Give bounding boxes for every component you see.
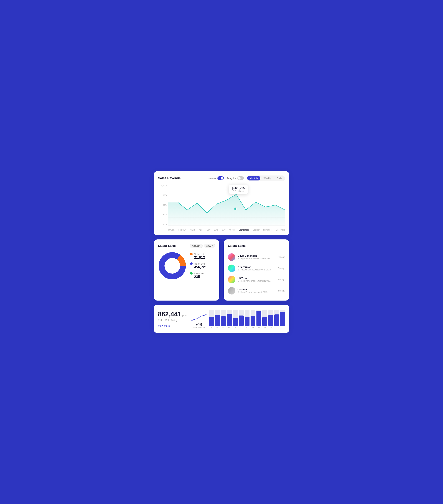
x-label-feb: February [178,229,186,231]
bar-15: 15 [262,309,267,329]
sale-info-uli: Uli Trumb 🖥 High Performance Conert 2020… [238,277,276,282]
ticket-count: 862,441 [158,310,181,318]
filter-year[interactable]: 2020 ▾ [204,244,215,248]
bar-label-18: 18 [282,327,284,329]
daily-button[interactable]: Daily [274,176,285,180]
bar-08: 08 [221,309,226,329]
x-axis-labels: January February March April May June Ju… [168,229,285,231]
bar-17: 17 [274,309,279,329]
y-label-600k: 600k [158,204,167,206]
sale-event-oconner: 🖥 High Performanc...nert 2020.. [238,291,276,293]
more-options-button[interactable]: ⋮ [281,244,285,248]
sale-time-griezerman: 5m ago [278,267,285,270]
sale-info-griezerman: Griezerman 🖥 Fireworks Show New Year 202… [238,266,276,271]
ticket-unit: pcs [182,314,187,317]
sale-item-griezerman: Griezerman 🖥 Fireworks Show New Year 202… [228,263,285,274]
bar-label-06: 06 [211,327,212,329]
ticket-card-inner: 862,441 pcs Ticket Sold Today View more … [158,309,285,329]
sales-list-title: Latest Sales [228,244,246,248]
legend-value-sold: 456,721 [194,265,207,269]
bar-fill-07 [215,315,220,326]
bar-fill-08 [221,316,226,326]
tooltip-dot [235,208,237,210]
legend-ticket-left: Ticket Left 21,512 [190,253,207,260]
line-chart-svg [168,185,285,226]
revenue-chart: 200k 400k 600k 800k 1,000k $561,225 5 Se… [158,185,285,231]
sale-event-olivia: 🖥 High Performance Concert 2020.. [238,257,276,260]
bar-fill-16 [269,315,273,326]
number-toggle-group: Number [208,176,224,180]
monthly-button[interactable]: Monthly [247,176,260,180]
tooltip-date: 5 Sept 2020 [232,190,245,192]
bar-label-12: 12 [246,327,248,329]
legend-name-sold: Ticket Sold [194,262,205,265]
analytics-toggle-label: Analytics [227,177,236,180]
sale-time-oconner: 6m ago [278,289,285,292]
bar-12: 12 [245,309,250,329]
avatar-olivia [228,253,235,261]
sales-revenue-card: Sales Revenue Number Analytics Monthly W… [154,171,289,235]
bar-16: 16 [269,309,273,329]
filter-august[interactable]: August ▾ [190,244,203,248]
bar-label-17: 17 [276,327,278,329]
x-label-dec: December [276,229,285,231]
monitor-icon: 🖥 [238,280,240,282]
legend-ticket-sold: Ticket Sold 456,721 [190,262,207,269]
y-axis-labels: 200k 400k 600k 800k 1,000k [158,185,167,226]
mini-chart-section: +4% than last day 06 07 [191,309,285,329]
monitor-icon: 🖥 [238,269,240,271]
tooltip-value: $561,225 [232,186,245,190]
donut-card-header: Latest Sales August ▾ 2020 ▾ [158,244,215,248]
bar-label-09: 09 [229,327,231,329]
sale-item-olivia: Olivia Johanson 🖥 High Performance Conce… [228,252,285,263]
number-toggle-label: Number [208,177,216,180]
bar-fill-06 [209,317,214,326]
percent-sublabel: than last day [193,326,205,329]
bar-07: 07 [215,309,220,329]
avatar-griezerman [228,265,235,272]
y-label-200k: 200k [158,223,167,226]
mini-line-wrapper: +4% than last day [191,312,207,329]
revenue-title: Sales Revenue [158,176,181,180]
analytics-toggle-group: Analytics [227,176,244,180]
period-buttons: Monthly Weekly Daily [247,176,285,181]
avatar-uli [228,276,235,283]
sale-time-uli: 8m ago [278,278,285,281]
percent-label: +4% [196,323,202,326]
monitor-icon: 🖥 [238,257,240,260]
mini-line-svg [191,312,207,323]
bar-label-16: 16 [270,327,272,329]
y-label-1000k: 1,000k [158,185,167,187]
ticket-label: Ticket Sold Today [158,319,187,322]
bar-label-08: 08 [222,327,224,329]
bar-14: 14 [256,309,261,329]
bar-11: 11 [239,309,244,329]
donut-section: Ticket Left 21,512 Ticket Sold 456,721 [158,252,215,280]
dashboard: Sales Revenue Number Analytics Monthly W… [154,171,289,333]
revenue-header: Sales Revenue Number Analytics Monthly W… [158,176,285,181]
weekly-button[interactable]: Weekly [261,176,274,180]
y-label-400k: 400k [158,214,167,216]
number-toggle[interactable] [217,176,224,180]
bar-label-11: 11 [240,327,242,329]
bar-13: 13 [250,309,255,329]
ticket-sold-card: 862,441 pcs Ticket Sold Today View more … [154,305,289,333]
analytics-toggle[interactable] [237,176,244,180]
legend-name-left: Ticket Left [194,253,205,255]
bar-18: 18 [280,309,285,329]
bar-fill-18 [280,312,285,326]
monitor-icon: 🖥 [238,291,240,293]
x-label-sep: September [239,229,249,231]
donut-card-title: Latest Sales [158,244,176,248]
donut-chart [158,252,187,280]
sale-info-oconner: Oconner 🖥 High Performanc...nert 2020.. [238,288,276,293]
bar-fill-17 [274,314,279,326]
bar-fill-15 [262,317,267,326]
sale-name-oconner: Oconner [238,288,276,291]
bar-fill-14 [256,311,261,326]
sales-list-header: Latest Sales ⋮ [228,244,285,248]
sale-info-olivia: Olivia Johanson 🖥 High Performance Conce… [238,254,276,260]
legend-dot-orange [190,253,193,255]
sale-item-oconner: Oconner 🖥 High Performanc...nert 2020.. … [228,285,285,296]
view-more-link[interactable]: View more → [158,324,187,327]
